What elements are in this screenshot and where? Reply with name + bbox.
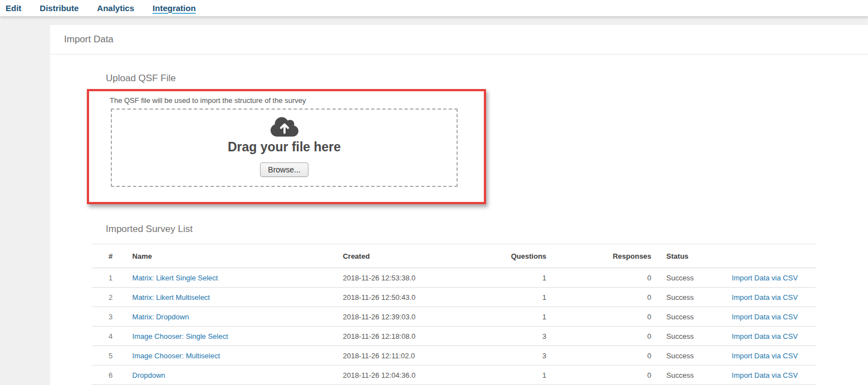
survey-name-link[interactable]: Dropdown — [133, 371, 165, 379]
table-row: 4 Image Chooser: Single Select 2018-11-2… — [92, 327, 816, 346]
row-created: 2018-11-26 12:39:03.0 — [343, 307, 511, 327]
row-number: 6 — [92, 366, 133, 385]
survey-name-link[interactable]: Image Chooser: Single Select — [133, 332, 228, 340]
header-name: Name — [133, 244, 343, 268]
browse-button[interactable]: Browse... — [260, 162, 308, 177]
tab-integration[interactable]: Integration — [153, 1, 196, 16]
cloud-upload-icon — [270, 116, 299, 138]
tab-edit[interactable]: Edit — [6, 1, 21, 16]
import-data-via-csv-link[interactable]: Import Data via CSV — [732, 274, 798, 282]
row-created: 2018-11-26 12:11:02.0 — [343, 346, 511, 366]
row-responses: 0 — [546, 288, 651, 307]
import-data-via-csv-link[interactable]: Import Data via CSV — [732, 313, 798, 321]
import-data-via-csv-link[interactable]: Import Data via CSV — [732, 293, 798, 302]
upload-description: The QSF file will be used to import the … — [110, 96, 484, 105]
table-header-row: # Name Created Questions Responses Statu… — [92, 244, 816, 268]
import-data-panel: Import Data Upload QSF File The QSF file… — [50, 25, 868, 385]
row-questions: 3 — [511, 346, 547, 366]
row-responses: 0 — [546, 327, 651, 346]
row-responses: 0 — [546, 307, 651, 327]
row-number: 1 — [92, 268, 133, 288]
header-responses: Responses — [546, 244, 651, 268]
imported-survey-list-heading: Imported Survey List — [106, 224, 868, 235]
tab-analytics[interactable]: Analytics — [97, 1, 134, 16]
file-dropzone[interactable]: Drag your file here Browse... — [111, 108, 458, 187]
row-questions: 1 — [511, 268, 547, 288]
red-annotation-box: The QSF file will be used to import the … — [87, 89, 486, 204]
row-created: 2018-11-26 12:53:38.0 — [343, 268, 511, 288]
header-status: Status — [651, 244, 717, 268]
row-number: 4 — [92, 327, 133, 346]
row-number: 3 — [92, 307, 133, 327]
row-created: 2018-11-26 12:50:43.0 — [343, 288, 511, 307]
panel-content: Upload QSF File The QSF file will be use… — [50, 55, 868, 385]
row-responses: 0 — [546, 268, 651, 288]
row-questions: 1 — [511, 366, 547, 385]
header-number: # — [92, 244, 133, 268]
page-title: Import Data — [64, 34, 114, 45]
import-data-via-csv-link[interactable]: Import Data via CSV — [732, 371, 798, 379]
row-responses: 0 — [546, 366, 651, 385]
header-action — [716, 244, 816, 268]
row-responses: 0 — [546, 346, 651, 366]
row-created: 2018-11-26 12:18:08.0 — [343, 327, 511, 346]
row-status: Success — [651, 366, 717, 385]
row-created: 2018-11-26 12:04:36.0 — [343, 366, 511, 385]
table-row: 5 Image Chooser: Multiselect 2018-11-26 … — [92, 346, 816, 366]
survey-name-link[interactable]: Image Chooser: Multiselect — [133, 352, 220, 360]
table-row: 3 Matrix: Dropdown 2018-11-26 12:39:03.0… — [92, 307, 816, 327]
panel-header: Import Data — [50, 25, 868, 55]
table-row: 6 Dropdown 2018-11-26 12:04:36.0 1 0 Suc… — [92, 366, 816, 385]
row-status: Success — [651, 307, 717, 327]
row-questions: 3 — [511, 327, 547, 346]
row-questions: 1 — [511, 288, 547, 307]
row-number: 5 — [92, 346, 133, 366]
row-status: Success — [651, 327, 717, 346]
survey-name-link[interactable]: Matrix: Likert Single Select — [133, 274, 218, 282]
header-questions: Questions — [511, 244, 547, 268]
import-data-via-csv-link[interactable]: Import Data via CSV — [732, 352, 798, 360]
row-status: Success — [651, 288, 717, 307]
row-questions: 1 — [511, 307, 547, 327]
table-row: 2 Matrix: Likert Multiselect 2018-11-26 … — [92, 288, 816, 307]
survey-name-link[interactable]: Matrix: Dropdown — [133, 313, 189, 321]
import-data-via-csv-link[interactable]: Import Data via CSV — [732, 332, 798, 340]
drag-file-label: Drag your file here — [228, 140, 341, 155]
row-status: Success — [651, 268, 717, 288]
tab-distribute[interactable]: Distribute — [40, 1, 79, 16]
upload-qsf-heading: Upload QSF File — [106, 55, 868, 84]
row-status: Success — [651, 346, 717, 366]
imported-survey-table: # Name Created Questions Responses Statu… — [92, 244, 816, 385]
survey-name-link[interactable]: Matrix: Likert Multiselect — [133, 293, 210, 302]
table-row: 1 Matrix: Likert Single Select 2018-11-2… — [92, 268, 816, 288]
row-number: 2 — [92, 288, 133, 307]
survey-top-nav: Edit Distribute Analytics Integration — [0, 0, 868, 17]
header-created: Created — [343, 244, 511, 268]
